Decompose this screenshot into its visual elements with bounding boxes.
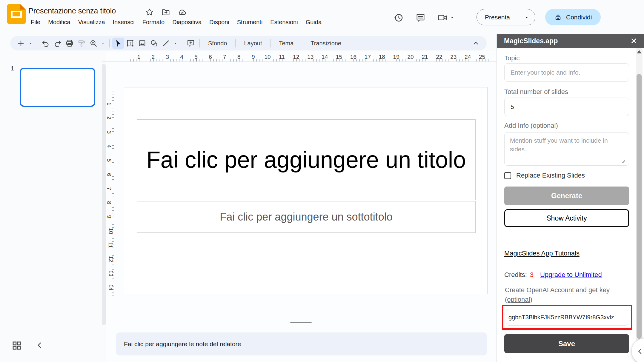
present-button[interactable]: Presenta: [477, 14, 518, 21]
new-slide-icon[interactable]: [15, 38, 27, 49]
tutorials-link[interactable]: MagicSlides App Tutorials: [504, 249, 580, 257]
meet-camera-group: [437, 13, 455, 23]
menu-file[interactable]: File: [27, 17, 44, 27]
add-info-textarea[interactable]: [504, 132, 629, 166]
slides-count-input[interactable]: [504, 98, 629, 116]
share-button-label: Condividi: [566, 14, 592, 21]
v-ruler-number: 9: [106, 215, 112, 218]
toolbar-separator: [182, 39, 182, 47]
toolbar-separator: [270, 39, 270, 47]
title-placeholder-box[interactable]: Fai clic per aggiungere un titolo: [137, 119, 476, 200]
transition-button[interactable]: Transizione: [305, 38, 347, 49]
menu-visualizza[interactable]: Visualizza: [74, 17, 109, 27]
select-cursor-icon[interactable]: [112, 38, 124, 49]
v-ruler-number: 13: [107, 270, 114, 276]
menu-inserisci[interactable]: Inserisci: [109, 17, 138, 27]
comments-icon[interactable]: [416, 13, 425, 23]
menu-estensioni[interactable]: Estensioni: [266, 17, 302, 27]
subtitle-placeholder-text: Fai clic per aggiungere un sottotitolo: [220, 211, 392, 223]
title-placeholder-text: Fai clic per aggiungere un titolo: [137, 144, 475, 175]
panel-divider: [504, 234, 629, 234]
v-ruler-number: 4: [106, 145, 112, 148]
menu-disponi[interactable]: Disponi: [205, 17, 233, 27]
paint-format-icon[interactable]: [76, 38, 87, 49]
insert-shape-icon[interactable]: [148, 38, 160, 49]
h-ruler-number: 6: [209, 54, 212, 60]
grid-view-icon[interactable]: [11, 340, 22, 351]
meet-camera-caret-icon[interactable]: [450, 15, 455, 20]
close-icon[interactable]: [631, 38, 637, 44]
h-ruler-number: 21: [422, 54, 428, 60]
replace-slides-row: Replace Existing Slides: [504, 172, 585, 179]
v-ruler-number: 3: [106, 130, 112, 134]
api-key-input[interactable]: [506, 309, 628, 326]
slide-canvas[interactable]: Fai clic per aggiungere un titolo Fai cl…: [124, 87, 488, 294]
h-ruler-number: 1: [137, 54, 141, 60]
h-ruler-number: 15: [336, 54, 342, 60]
h-ruler-number: 14: [322, 54, 328, 60]
layout-button[interactable]: Layout: [238, 38, 268, 49]
v-ruler-number: 6: [106, 173, 112, 176]
save-button[interactable]: Save: [504, 334, 629, 353]
share-button[interactable]: Condividi: [545, 9, 601, 25]
panel-scrollbar-thumb[interactable]: [637, 74, 642, 339]
menu-strumenti[interactable]: Strumenti: [233, 17, 267, 27]
zoom-caret-icon[interactable]: [99, 38, 107, 49]
new-slide-caret-icon[interactable]: [27, 38, 34, 49]
canvas-top-border: [102, 61, 497, 62]
textbox-icon[interactable]: [124, 38, 136, 49]
h-ruler-number: 7: [223, 54, 226, 60]
collapse-toolbar-icon[interactable]: [470, 38, 482, 49]
replace-slides-checkbox[interactable]: [504, 172, 511, 179]
insert-comment-icon[interactable]: [185, 38, 197, 49]
h-ruler-number: 2: [152, 54, 155, 60]
topic-input[interactable]: [504, 63, 629, 82]
slide-thumbnail-number: 1: [11, 65, 14, 72]
thumbnail-panel-scrollbar[interactable]: [102, 64, 106, 325]
h-ruler-number: 9: [252, 54, 255, 60]
cloud-saved-icon[interactable]: [177, 8, 187, 17]
present-options-caret-icon[interactable]: [518, 15, 535, 20]
subtitle-placeholder-box[interactable]: Fai clic per aggiungere un sottotitolo: [137, 201, 476, 233]
notes-resize-handle[interactable]: [290, 322, 312, 323]
menu-guida[interactable]: Guida: [302, 17, 325, 27]
meet-camera-icon[interactable]: [437, 13, 448, 23]
background-button[interactable]: Sfondo: [202, 38, 233, 49]
h-ruler-number: 23: [450, 54, 457, 60]
panel-scrollbar-up-icon[interactable]: [637, 50, 642, 53]
toolbar-separator: [199, 39, 200, 47]
toolbar-separator: [37, 39, 37, 47]
v-ruler-number: 7: [106, 187, 112, 190]
textarea-resize-icon[interactable]: [620, 158, 625, 163]
move-to-folder-icon[interactable]: [161, 8, 170, 17]
speaker-notes[interactable]: Fai clic per aggiungere le note del rela…: [116, 332, 487, 355]
upgrade-link[interactable]: Upgrade to Unlimited: [540, 271, 602, 279]
print-icon[interactable]: [64, 38, 76, 49]
v-ruler-number: 12: [107, 256, 114, 262]
present-button-group: Presenta: [477, 9, 535, 25]
magicslides-panel-header: MagicSlides.app: [497, 34, 644, 48]
v-ruler-number: 5: [106, 159, 112, 162]
slides-logo[interactable]: [7, 4, 26, 24]
theme-button[interactable]: Tema: [273, 38, 299, 49]
zoom-icon[interactable]: [87, 38, 99, 49]
version-history-icon[interactable]: [394, 13, 404, 23]
insert-image-icon[interactable]: [136, 38, 148, 49]
menu-formato[interactable]: Formato: [139, 17, 168, 27]
document-title[interactable]: Presentazione senza titolo: [28, 7, 116, 15]
insert-line-caret-icon[interactable]: [172, 38, 179, 49]
menu-diapositiva[interactable]: Diapositiva: [168, 17, 205, 27]
collapse-filmstrip-icon[interactable]: [35, 341, 44, 350]
show-activity-button[interactable]: Show Activity: [504, 209, 629, 227]
h-ruler-number: 25: [479, 54, 485, 60]
undo-icon[interactable]: [40, 38, 52, 49]
generate-button[interactable]: Generate: [504, 187, 629, 205]
openai-key-link[interactable]: Create OpenAI Account and get key (optio…: [505, 285, 633, 304]
menu-modifica[interactable]: Modifica: [44, 17, 74, 27]
h-ruler-number: 10: [265, 54, 271, 60]
redo-icon[interactable]: [52, 38, 64, 49]
star-icon[interactable]: [145, 8, 154, 17]
chevron-left-icon: [636, 347, 644, 355]
slide-thumbnail-1[interactable]: [20, 68, 95, 107]
insert-line-icon[interactable]: [160, 38, 172, 49]
